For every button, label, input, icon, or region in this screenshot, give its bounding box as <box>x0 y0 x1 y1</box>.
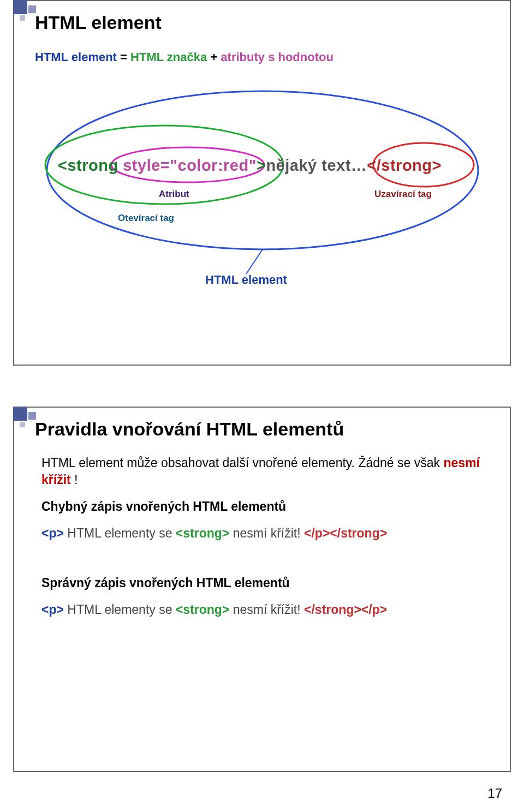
c-end: </strong></p> <box>304 602 387 617</box>
wrong-heading: Chybný zápis vnořených HTML elementů <box>41 498 483 515</box>
wrong-example: <p> HTML elementy se <strong> nesmí kříž… <box>41 525 483 542</box>
intro-paragraph: HTML element může obsahovat další vnořen… <box>41 455 483 488</box>
slide1-title: HTML element <box>35 12 162 33</box>
c-p-open: <p> <box>41 602 64 617</box>
code-space <box>118 157 123 174</box>
label-opening-tag: Otevírací tag <box>118 213 174 224</box>
c-strong-open: <strong> <box>176 602 229 617</box>
formula-term3: atributy s hodnotou <box>221 50 334 64</box>
w-p-open: <p> <box>41 526 64 540</box>
formula-line: HTML element = HTML značka + atributy s … <box>35 50 334 64</box>
code-gt: > <box>257 157 266 174</box>
w-strong-open: <strong> <box>176 526 229 540</box>
w-text-a: HTML elementy se <box>64 526 176 540</box>
intro-a: HTML element může obsahovat další vnořen… <box>41 456 443 470</box>
slide2-body: HTML element může obsahovat další vnořen… <box>41 455 483 628</box>
svg-line-4 <box>246 249 263 274</box>
formula-plus: + <box>210 50 217 64</box>
code-open-tag: <strong <box>58 157 118 174</box>
code-attribute: style="color:red" <box>123 157 257 174</box>
diagram-svg <box>47 88 484 323</box>
formula-eq: = <box>120 50 127 64</box>
label-attribute: Atribut <box>159 189 189 200</box>
diagram-codeline: <strong style="color:red">nějaký text…</… <box>58 157 484 175</box>
correct-heading: Správný zápis vnořených HTML elementů <box>41 575 483 592</box>
formula-term2: HTML značka <box>130 50 207 64</box>
correct-example: <p> HTML elementy se <strong> nesmí kříž… <box>41 601 483 618</box>
code-close-tag: </strong> <box>367 157 442 174</box>
diagram: <strong style="color:red">nějaký text…</… <box>47 88 484 323</box>
code-text: nějaký text… <box>266 157 367 174</box>
slide2-title: Pravidla vnořování HTML elementů <box>35 419 344 440</box>
slide-1: HTML element HTML element = HTML značka … <box>13 0 511 366</box>
slide-2: Pravidla vnořování HTML elementů HTML el… <box>13 407 511 772</box>
intro-c: ! <box>71 473 78 487</box>
c-text-a: HTML elementy se <box>64 602 176 617</box>
page-number: 17 <box>487 786 502 801</box>
c-text-b: nesmí křížit! <box>229 602 304 617</box>
w-end: </p></strong> <box>304 526 387 540</box>
label-closing-tag: Uzavírací tag <box>374 189 432 200</box>
label-html-element: HTML element <box>205 273 287 287</box>
formula-term1: HTML element <box>35 50 117 64</box>
w-text-b: nesmí křížit! <box>229 526 304 540</box>
